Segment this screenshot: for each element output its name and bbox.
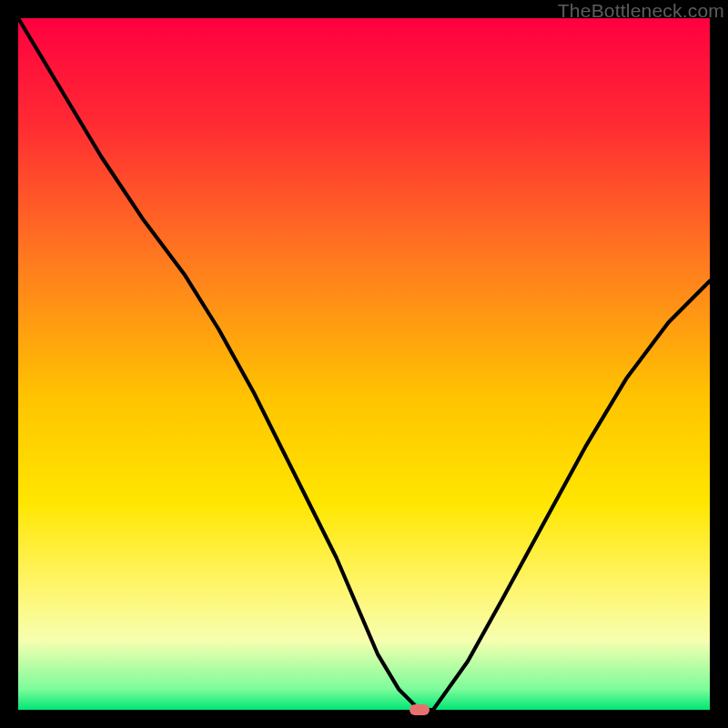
watermark-text: TheBottleneck.com <box>558 0 724 22</box>
plot-area <box>18 18 710 710</box>
curve-layer <box>18 18 710 710</box>
optimal-marker <box>410 704 430 715</box>
bottleneck-curve <box>18 18 710 710</box>
chart-stage: TheBottleneck.com <box>0 0 728 728</box>
